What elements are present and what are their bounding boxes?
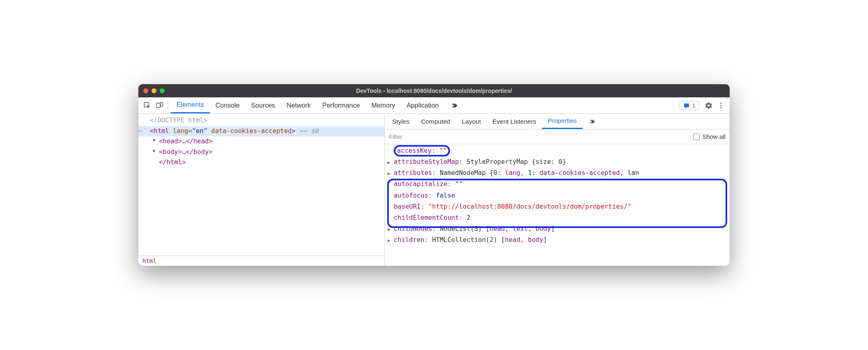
close-window-button[interactable]: [143, 88, 148, 93]
dom-html-open[interactable]: ⋯ <html lang="en" data-cookies-accepted>…: [138, 126, 384, 137]
tab-event-listeners[interactable]: Event Listeners: [487, 114, 542, 129]
disclosure-icon[interactable]: ▶: [153, 136, 156, 144]
disclosure-icon[interactable]: ▶: [388, 170, 390, 177]
sidebar-pane: Styles Computed Layout Event Listeners P…: [385, 114, 730, 266]
tab-console[interactable]: Console: [210, 97, 246, 113]
inspect-element-icon[interactable]: [141, 99, 153, 112]
tab-sources[interactable]: Sources: [245, 97, 281, 113]
svg-rect-2: [160, 102, 163, 106]
tab-layout[interactable]: Layout: [456, 114, 487, 129]
kebab-menu-icon[interactable]: [715, 99, 727, 112]
properties-list[interactable]: accessKey: "" ▶attributeStyleMap: StyleP…: [385, 144, 730, 266]
dom-html-close[interactable]: </html>: [138, 157, 384, 168]
issues-count: 1: [692, 102, 696, 109]
prop-autofocus[interactable]: autofocus: false: [385, 190, 730, 201]
dom-tree[interactable]: <!DOCTYPE html> ⋯ <html lang="en" data-c…: [138, 114, 384, 256]
prop-attributestylemap[interactable]: ▶attributeStyleMap: StylePropertyMap {si…: [385, 157, 730, 168]
ellipsis-icon: ⋯: [138, 126, 142, 137]
disclosure-icon[interactable]: ▶: [388, 159, 390, 166]
main-toolbar: Elements Console Sources Network Perform…: [138, 97, 730, 114]
disclosure-icon[interactable]: ▶: [153, 147, 156, 154]
prop-childelementcount[interactable]: childElementCount: 2: [385, 212, 730, 223]
device-toolbar-icon[interactable]: [153, 99, 165, 112]
svg-point-5: [721, 105, 722, 106]
prop-accesskey[interactable]: accessKey: "": [385, 145, 730, 157]
dom-pane: <!DOCTYPE html> ⋯ <html lang="en" data-c…: [138, 114, 385, 266]
titlebar: DevTools - localhost:8080/docs/devtools/…: [138, 84, 730, 97]
svg-rect-1: [156, 103, 160, 108]
show-all-checkbox[interactable]: [693, 134, 700, 140]
tab-performance[interactable]: Performance: [317, 97, 366, 113]
svg-point-4: [721, 103, 722, 104]
dom-doctype[interactable]: <!DOCTYPE html>: [138, 115, 384, 126]
prop-attributes[interactable]: ▶attributes: NamedNodeMap {0: lang, 1: d…: [385, 168, 730, 179]
tab-network[interactable]: Network: [281, 97, 317, 113]
separator: [168, 101, 168, 110]
filter-row: Show all: [385, 129, 730, 144]
disclosure-icon[interactable]: ▶: [388, 237, 390, 244]
issues-badge[interactable]: 1: [680, 101, 699, 110]
tab-styles[interactable]: Styles: [386, 114, 415, 129]
dom-head[interactable]: ▶<head>…</head>: [138, 136, 384, 147]
prop-children[interactable]: ▶children: HTMLCollection(2) [head, body…: [385, 235, 730, 246]
sidebar-tabs: Styles Computed Layout Event Listeners P…: [385, 114, 730, 129]
traffic-lights: [143, 88, 165, 93]
tab-computed[interactable]: Computed: [415, 114, 456, 129]
devtools-window: DevTools - localhost:8080/docs/devtools/…: [138, 84, 730, 266]
tab-memory[interactable]: Memory: [365, 97, 401, 113]
show-all-label: Show all: [702, 133, 726, 140]
svg-rect-3: [684, 103, 689, 107]
more-tabs-icon[interactable]: [444, 97, 463, 113]
show-all-toggle[interactable]: Show all: [693, 133, 726, 140]
prop-childnodes[interactable]: ▶childNodes: NodeList(3) [head, text, bo…: [385, 223, 730, 235]
panes: <!DOCTYPE html> ⋯ <html lang="en" data-c…: [138, 114, 730, 266]
more-sidebar-tabs-icon[interactable]: [583, 114, 601, 129]
dom-body[interactable]: ▶<body>…</body>: [138, 147, 384, 158]
prop-autocapitalize[interactable]: autocapitalize: "": [385, 179, 730, 190]
prop-baseuri[interactable]: baseURI: "http://localhost:8080/docs/dev…: [385, 201, 730, 212]
tab-application[interactable]: Application: [401, 97, 444, 113]
filter-input[interactable]: [389, 133, 693, 140]
tab-properties[interactable]: Properties: [542, 114, 583, 129]
tab-elements[interactable]: Elements: [171, 97, 210, 113]
minimize-window-button[interactable]: [152, 88, 156, 93]
maximize-window-button[interactable]: [160, 88, 165, 93]
svg-point-6: [721, 107, 722, 108]
window-title: DevTools - localhost:8080/docs/devtools/…: [138, 88, 730, 94]
breadcrumb[interactable]: html: [138, 256, 384, 266]
settings-icon[interactable]: [703, 99, 715, 112]
disclosure-icon[interactable]: ▶: [388, 226, 390, 233]
